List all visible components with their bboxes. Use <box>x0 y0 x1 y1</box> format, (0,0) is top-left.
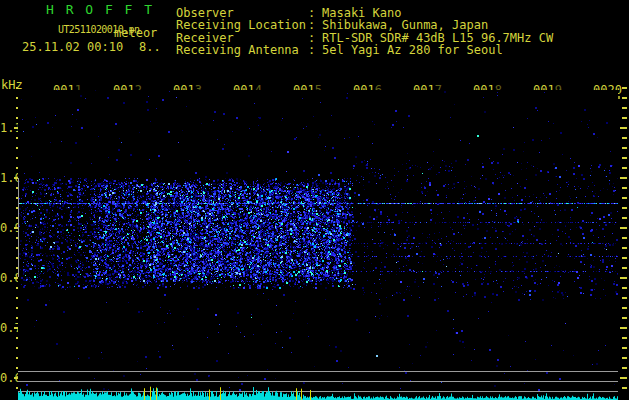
mode-label: meteor <box>114 27 157 39</box>
freq-major-tick-right <box>620 227 627 229</box>
info-value: Masaki Kano <box>322 7 401 19</box>
freq-minor-tick-right <box>622 337 627 339</box>
freq-minor-tick-right <box>622 307 627 309</box>
freq-minor-tick-right <box>622 87 627 89</box>
info-value: Shibukawa, Gunma, Japan <box>322 19 488 31</box>
app-title: H R O F F T <box>46 4 154 16</box>
freq-minor-tick-right <box>622 217 627 219</box>
freq-minor-tick-right <box>622 107 627 109</box>
info-separator: : <box>308 7 315 19</box>
freq-minor-tick-right <box>622 367 627 369</box>
freq-minor-tick-right <box>622 357 627 359</box>
freq-minor-tick-right <box>622 117 627 119</box>
freq-major-tick-right <box>620 177 627 179</box>
info-separator: : <box>308 32 315 44</box>
info-value: RTL-SDR SDR# 43dB L15 96.7MHz CW <box>322 32 553 44</box>
freq-minor-tick-right <box>622 157 627 159</box>
freq-minor-tick-right <box>622 347 627 349</box>
freq-minor-tick-right <box>622 237 627 239</box>
info-separator: : <box>308 44 315 56</box>
freq-minor-tick-right <box>622 247 627 249</box>
freq-minor-tick-right <box>622 147 627 149</box>
freq-minor-tick-right <box>622 297 627 299</box>
freq-major-tick-right <box>620 277 627 279</box>
freq-minor-tick-right <box>622 287 627 289</box>
freq-minor-tick-right <box>622 267 627 269</box>
datetime-label: 25.11.02 00:10 <box>22 41 123 53</box>
time-tick <box>618 96 620 99</box>
freq-major-tick-right <box>620 377 627 379</box>
hrofft-screen: H R O F F T UT2511020010.pn meteor 25.11… <box>0 0 629 400</box>
info-label: Observer <box>176 7 234 19</box>
info-value: 5el Yagi Az 280 for Seoul <box>322 44 503 56</box>
freq-minor-tick-right <box>622 317 627 319</box>
freq-minor-tick-right <box>622 387 627 389</box>
info-label: Receiving Antenna <box>176 44 299 56</box>
freq-minor-tick <box>16 87 18 89</box>
freq-major-tick-right <box>620 327 627 329</box>
counter-label: 8.. <box>139 41 161 53</box>
freq-minor-tick-right <box>622 167 627 169</box>
freq-minor-tick-right <box>622 137 627 139</box>
info-label: Receiving Location <box>176 19 306 31</box>
info-separator: : <box>308 19 315 31</box>
freq-minor-tick-right <box>622 97 627 99</box>
freq-minor-tick-right <box>622 257 627 259</box>
freq-major-tick-right <box>620 127 627 129</box>
freq-minor-tick-right <box>622 197 627 199</box>
info-label: Receiver <box>176 32 234 44</box>
freq-minor-tick-right <box>622 207 627 209</box>
spectrogram-canvas <box>18 90 618 400</box>
freq-minor-tick-right <box>622 187 627 189</box>
